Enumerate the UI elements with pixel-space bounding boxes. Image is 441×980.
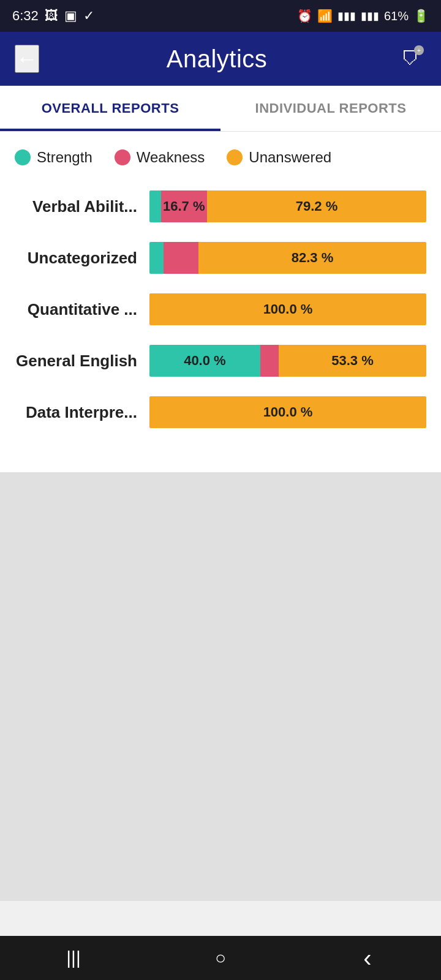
app-bar: ← Analytics ⛉ + — [0, 32, 441, 86]
segment-weakness-general-english — [260, 345, 279, 377]
chart-label-data-interpretation: Data Interpre... — [15, 403, 149, 422]
filter-button[interactable]: ⛉ + — [394, 43, 426, 75]
content-area: Strength Weakness Unanswered Verbal Abil… — [0, 132, 441, 472]
segment-strength-verbal-ability — [149, 190, 161, 222]
chart-label-quantitative: Quantitative ... — [15, 300, 149, 319]
chart-bar-verbal-ability: 16.7 %79.2 % — [149, 190, 426, 222]
chart-section: Verbal Abilit...16.7 %79.2 %Uncategorize… — [15, 190, 426, 428]
chart-row-quantitative: Quantitative ...100.0 % — [15, 293, 426, 325]
segment-strength-general-english: 40.0 % — [149, 345, 260, 377]
wifi-icon: 📶 — [317, 9, 333, 23]
chart-row-data-interpretation: Data Interpre...100.0 % — [15, 396, 426, 428]
tab-individual[interactable]: INDIVIDUAL REPORTS — [221, 86, 441, 131]
segment-weakness-verbal-ability: 16.7 % — [161, 190, 207, 222]
chart-bar-quantitative: 100.0 % — [149, 293, 426, 325]
status-photo-icon: 🖼 — [45, 8, 58, 24]
chart-label-verbal-ability: Verbal Abilit... — [15, 197, 149, 216]
tabs-container: OVERALL REPORTS INDIVIDUAL REPORTS — [0, 86, 441, 132]
legend-strength: Strength — [15, 149, 92, 166]
status-left: 6:32 🖼 ▣ ✓ — [12, 8, 94, 24]
bottom-nav: ||| ○ ‹ — [0, 936, 441, 980]
strength-label: Strength — [37, 149, 92, 166]
recent-apps-icon: ||| — [66, 948, 80, 968]
legend-unanswered: Unanswered — [227, 149, 331, 166]
battery-text: 61% — [384, 9, 409, 23]
alarm-icon: ⏰ — [297, 9, 312, 23]
chart-bar-general-english: 40.0 %53.3 % — [149, 345, 426, 377]
chart-row-uncategorized: Uncategorized82.3 % — [15, 242, 426, 274]
chart-row-general-english: General English40.0 %53.3 % — [15, 345, 426, 377]
chart-row-verbal-ability: Verbal Abilit...16.7 %79.2 % — [15, 190, 426, 222]
status-bar: 6:32 🖼 ▣ ✓ ⏰ 📶 ▮▮▮ ▮▮▮ 61% 🔋 — [0, 0, 441, 32]
segment-unanswered-verbal-ability: 79.2 % — [207, 190, 426, 222]
status-time: 6:32 — [12, 8, 39, 24]
page-title: Analytics — [167, 45, 268, 73]
back-button[interactable]: ← — [15, 45, 39, 73]
filter-badge: + — [414, 45, 424, 55]
segment-unanswered-uncategorized: 82.3 % — [198, 242, 426, 274]
recent-apps-button[interactable]: ||| — [49, 942, 98, 974]
battery-icon: 🔋 — [413, 9, 429, 23]
legend-weakness: Weakness — [115, 149, 205, 166]
gray-section — [0, 472, 441, 901]
signal2-icon: ▮▮▮ — [361, 9, 379, 23]
chart-label-general-english: General English — [15, 352, 149, 371]
home-icon: ○ — [215, 948, 226, 968]
weakness-label: Weakness — [137, 149, 205, 166]
unanswered-dot — [227, 149, 243, 165]
status-check-icon: ✓ — [83, 8, 94, 24]
segment-unanswered-quantitative: 100.0 % — [149, 293, 426, 325]
home-button[interactable]: ○ — [196, 942, 245, 974]
chart-bar-uncategorized: 82.3 % — [149, 242, 426, 274]
segment-unanswered-general-english: 53.3 % — [279, 345, 426, 377]
status-right: ⏰ 📶 ▮▮▮ ▮▮▮ 61% 🔋 — [297, 9, 429, 23]
segment-unanswered-data-interpretation: 100.0 % — [149, 396, 426, 428]
legend: Strength Weakness Unanswered — [15, 149, 426, 166]
tab-overall[interactable]: OVERALL REPORTS — [0, 86, 221, 131]
chart-bar-data-interpretation: 100.0 % — [149, 396, 426, 428]
unanswered-label: Unanswered — [249, 149, 331, 166]
back-nav-button[interactable]: ‹ — [343, 942, 392, 974]
weakness-dot — [115, 149, 130, 165]
signal1-icon: ▮▮▮ — [337, 9, 356, 23]
segment-weakness-uncategorized — [164, 242, 198, 274]
chart-label-uncategorized: Uncategorized — [15, 249, 149, 268]
status-icon2: ▣ — [64, 8, 77, 24]
strength-dot — [15, 149, 31, 165]
back-nav-icon: ‹ — [363, 944, 371, 972]
segment-strength-uncategorized — [149, 242, 164, 274]
